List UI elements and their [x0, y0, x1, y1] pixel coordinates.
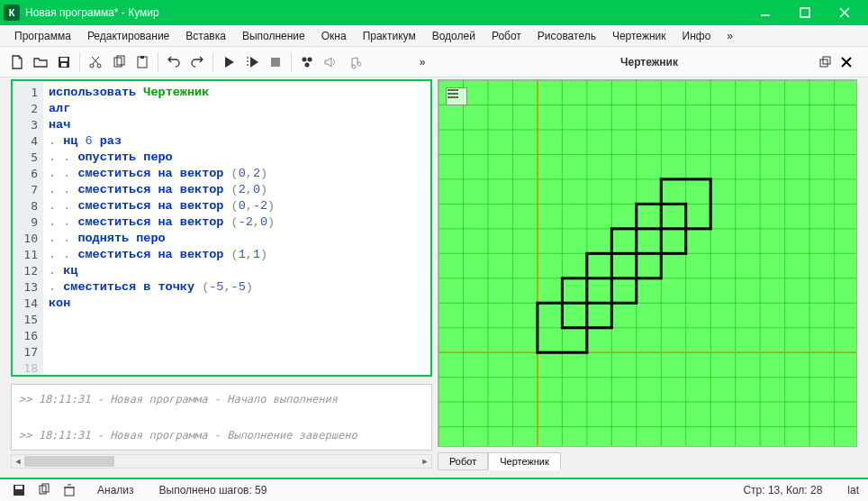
status-lang[interactable]: lat [847, 484, 859, 496]
drawer-close-button[interactable] [839, 55, 854, 69]
left-pane: 123456789101112131415161718 использовать… [0, 77, 432, 478]
svg-rect-1 [800, 8, 809, 17]
drawer-canvas[interactable] [438, 79, 857, 447]
menu-»[interactable]: » [719, 27, 740, 45]
menu-выполнение[interactable]: Выполнение [235, 27, 312, 45]
stop-button[interactable] [264, 50, 287, 74]
status-analysis: Анализ [97, 484, 134, 496]
editor-code[interactable]: использовать Чертежникалгнач. нц 6 раз. … [43, 81, 430, 375]
cut-button[interactable] [84, 50, 107, 74]
status-save-button[interactable] [9, 481, 29, 499]
svg-rect-6 [61, 63, 67, 67]
status-bar: Анализ Выполнено шагов: 59 Стр: 13, Кол:… [0, 478, 868, 501]
svg-rect-20 [820, 59, 827, 67]
scroll-left-icon[interactable]: ◄ [12, 455, 24, 468]
svg-point-17 [303, 57, 307, 61]
svg-rect-16 [271, 58, 280, 67]
menu-рисователь[interactable]: Рисователь [530, 27, 603, 45]
menu-bar: ПрограммаРедактированиеВставкаВыполнение… [0, 25, 868, 47]
svg-rect-5 [60, 58, 68, 61]
sound-button[interactable] [319, 50, 342, 74]
music-button[interactable] [342, 50, 366, 74]
toolbar: » Чертежник [0, 47, 868, 77]
svg-rect-14 [140, 56, 144, 59]
scroll-right-icon[interactable]: ► [419, 455, 431, 468]
menu-вставка[interactable]: Вставка [178, 27, 233, 45]
editor-gutter: 123456789101112131415161718 [13, 81, 43, 375]
menu-программа[interactable]: Программа [7, 27, 78, 45]
svg-point-18 [308, 57, 312, 61]
menu-робот[interactable]: Робот [484, 27, 529, 45]
redo-button[interactable] [185, 50, 209, 74]
menu-редактирование[interactable]: Редактирование [80, 27, 176, 45]
canvas-tabs: РоботЧертежник [438, 449, 857, 470]
maximize-button[interactable] [785, 0, 825, 25]
drawer-restore-button[interactable] [818, 55, 832, 69]
menu-чертежник[interactable]: Чертежник [605, 27, 674, 45]
canvas-menu-button[interactable] [446, 87, 467, 105]
paste-button[interactable] [131, 50, 154, 74]
app-icon: К [4, 5, 20, 21]
status-copy-button[interactable] [34, 481, 54, 499]
svg-rect-21 [823, 57, 830, 64]
svg-line-10 [92, 57, 98, 64]
run-button[interactable] [217, 50, 240, 74]
menu-окна[interactable]: Окна [314, 27, 354, 45]
tab-чертежник[interactable]: Чертежник [488, 452, 561, 470]
undo-button[interactable] [162, 50, 185, 74]
title-bar: К Новая программа* - Кумир [0, 0, 868, 25]
svg-point-19 [305, 62, 310, 67]
close-button[interactable] [825, 0, 864, 25]
svg-point-8 [97, 64, 101, 68]
scroll-thumb[interactable] [24, 456, 114, 467]
actors-button[interactable] [295, 50, 319, 74]
drawer-title: Чертежник [620, 56, 678, 68]
tab-робот[interactable]: Робот [438, 452, 488, 470]
open-file-button[interactable] [29, 50, 52, 74]
new-file-button[interactable] [5, 50, 29, 74]
step-button[interactable] [240, 50, 264, 74]
window-title: Новая программа* - Кумир [25, 6, 746, 19]
menu-водолей[interactable]: Водолей [425, 27, 483, 45]
minimize-button[interactable] [746, 0, 785, 25]
save-button[interactable] [52, 50, 76, 74]
status-steps: Выполнено шагов: 59 [159, 484, 267, 496]
svg-rect-69 [15, 486, 23, 489]
status-cursor-pos: Стр: 13, Кол: 28 [743, 484, 822, 496]
status-clear-button[interactable] [59, 481, 79, 499]
copy-button[interactable] [107, 50, 131, 74]
horizontal-scrollbar[interactable]: ◄ ► [11, 454, 432, 469]
right-pane: РоботЧертежник [432, 77, 868, 478]
output-console[interactable]: >> 18:11:31 - Новая программа - Начало в… [11, 384, 432, 451]
menu-практикум[interactable]: Практикум [356, 27, 423, 45]
menu-инфо[interactable]: Инфо [675, 27, 719, 45]
svg-point-7 [90, 64, 94, 68]
svg-line-9 [93, 57, 99, 64]
toolbar-expand-button[interactable]: » [414, 50, 430, 74]
code-editor[interactable]: 123456789101112131415161718 использовать… [11, 79, 432, 377]
drawer-header: Чертежник [441, 50, 857, 74]
svg-rect-72 [65, 487, 74, 496]
main-area: 123456789101112131415161718 использовать… [0, 77, 868, 478]
